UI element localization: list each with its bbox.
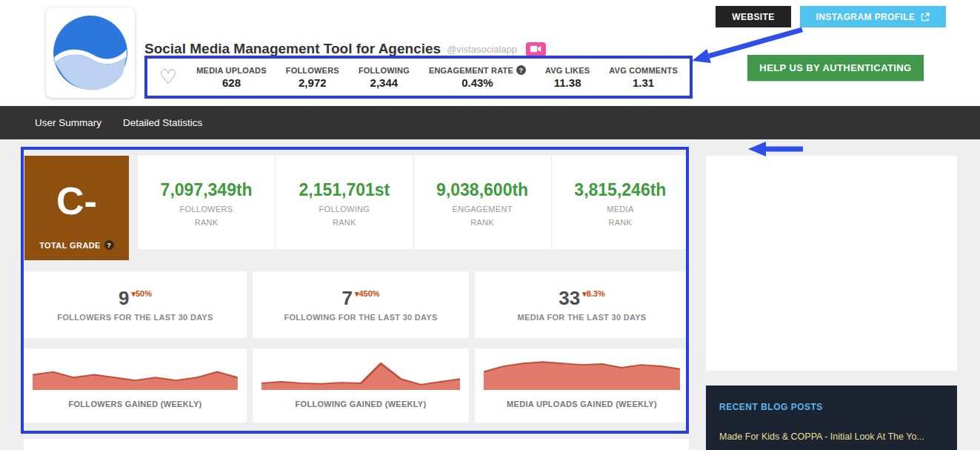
media-weekly-chart-label: MEDIA UPLOADS GAINED (WEEKLY) [507,400,657,408]
instagram-profile-button-label: INSTAGRAM PROFILE [816,12,916,22]
stat-value: 11.38 [554,76,581,89]
ad-placeholder [706,156,957,371]
rank-label-line2: RANK [607,216,633,230]
page: Social Media Management Tool for Agencie… [0,0,980,450]
engagement-rank: 9,038,600th ENGAGEMENT RANK [414,156,552,249]
followers-30days-card: 9 ▾50% FOLLOWERS FOR THE LAST 30 DAYS [24,271,247,338]
media-weekly-chart-card: MEDIA UPLOADS GAINED (WEEKLY) [475,348,689,423]
profile-stats-bar: ♡ MEDIA UPLOADS 628 FOLLOWERS 2,972 FOLL… [144,56,693,99]
following-30days-value: 7 [341,288,352,308]
next-section-card [24,439,689,450]
rank-label-line1: ENGAGEMENT [453,203,513,216]
following-30days-label: FOLLOWING FOR THE LAST 30 DAYS [284,313,437,322]
stat-followers: FOLLOWERS 2,972 [286,66,339,89]
following-30days-card: 7 ▾450% FOLLOWING FOR THE LAST 30 DAYS [253,271,469,338]
value-row: 7 ▾450% [341,288,379,308]
rank-label-line1: FOLLOWERS [180,203,233,216]
stat-label: AVG LIKES [545,66,590,75]
rank-value: 3,815,246th [574,180,666,200]
media-weekly-chart [484,357,681,390]
followers-weekly-chart-label: FOLLOWERS GAINED (WEEKLY) [68,400,201,408]
video-camera-icon [526,42,546,56]
rank-label: FOLLOWING RANK [319,203,370,229]
rank-value: 9,038,600th [436,180,528,200]
total-grade-label: TOTAL GRADE ? [39,240,114,250]
followers-weekly-chart-card: FOLLOWERS GAINED (WEEKLY) [24,348,247,423]
media-30days-change: ▾8.3% [582,289,605,299]
stat-label: ENGAGEMENT RATE ? [429,65,526,75]
value-row: 9 ▾50% [119,288,152,308]
recent-blog-posts-title: RECENT BLOG POSTS [719,402,944,412]
stat-label: MEDIA UPLOADS [196,66,266,75]
nav-bar: User Summary Detailed Statistics [0,106,980,139]
following-30days-change: ▾450% [355,289,380,299]
rank-label: MEDIA RANK [607,203,633,229]
help-question-icon[interactable]: ? [516,65,526,75]
media-rank: 3,815,246th MEDIA RANK [552,156,689,249]
tab-user-summary[interactable]: User Summary [35,117,101,128]
profile-handle: @vistasocialapp [447,44,517,55]
followers-30days-value: 9 [119,288,129,308]
change-value: 8.3% [587,289,605,298]
media-30days-card: 33 ▾8.3% MEDIA FOR THE LAST 30 DAYS [475,271,689,338]
total-grade-value: C- [56,162,97,240]
tab-detailed-statistics[interactable]: Detailed Statistics [123,117,202,128]
recent-blog-posts-panel: RECENT BLOG POSTS Made For Kids & COPPA … [706,386,957,450]
total-grade-card: C- TOTAL GRADE ? [24,156,129,260]
media-30days-label: MEDIA FOR THE LAST 30 DAYS [518,313,647,322]
avatar [46,7,135,98]
stat-engagement-rate: ENGAGEMENT RATE ? 0.43% [429,65,526,89]
profile-logo-icon [52,14,129,91]
change-value: 450% [359,289,379,298]
stat-label-text: ENGAGEMENT RATE [429,66,513,75]
page-title: Social Media Management Tool for Agencie… [144,41,441,57]
value-row: 33 ▾8.3% [559,288,605,308]
authenticate-button[interactable]: HELP US BY AUTHENTICATING [747,55,924,81]
stat-value: 0.43% [461,76,493,89]
stat-avg-comments: AVG COMMENTS 1.31 [609,66,678,89]
stat-label: FOLLOWERS [286,66,339,75]
media-30days-value: 33 [559,288,580,308]
rank-value: 2,151,701st [299,180,390,200]
rank-label-line2: RANK [453,216,513,230]
stat-following: FOLLOWING 2,344 [359,66,410,89]
rank-label: ENGAGEMENT RANK [453,203,513,229]
followers-rank: 7,097,349th FOLLOWERS RANK [138,156,276,249]
stat-value: 2,972 [299,76,327,89]
total-grade-label-text: TOTAL GRADE [39,241,101,250]
followers-30days-label: FOLLOWERS FOR THE LAST 30 DAYS [57,313,213,322]
rank-label-line2: RANK [319,216,370,230]
rank-label-line1: MEDIA [607,203,633,216]
profile-title-row: Social Media Management Tool for Agencie… [144,41,546,57]
instagram-profile-button[interactable]: INSTAGRAM PROFILE [800,6,946,27]
stat-value: 628 [222,76,241,89]
stat-value: 1.31 [633,76,654,89]
change-value: 50% [136,289,152,298]
stat-media-uploads: MEDIA UPLOADS 628 [196,66,266,89]
stat-avg-likes: AVG LIKES 11.38 [545,66,590,89]
blog-post-link[interactable]: Made For Kids & COPPA - Initial Look At … [719,431,944,442]
rank-label-line2: RANK [180,216,233,230]
stat-value: 2,344 [370,76,399,89]
help-question-icon[interactable]: ? [104,240,114,250]
rank-label: FOLLOWERS RANK [180,203,233,229]
following-weekly-chart-card: FOLLOWING GAINED (WEEKLY) [253,348,469,423]
stat-label: FOLLOWING [359,66,410,75]
following-weekly-chart [261,357,461,390]
followers-30days-change: ▾50% [131,289,152,299]
header: Social Media Management Tool for Agencie… [0,0,980,106]
following-rank: 2,151,701st FOLLOWING RANK [276,156,413,249]
external-link-icon [921,13,930,21]
stat-label: AVG COMMENTS [609,66,678,75]
rank-label-line1: FOLLOWING [319,203,370,216]
rank-strip: 7,097,349th FOLLOWERS RANK 2,151,701st F… [138,156,689,249]
favorite-heart-icon[interactable]: ♡ [159,67,177,87]
website-button[interactable]: WEBSITE [716,6,791,27]
following-weekly-chart-label: FOLLOWING GAINED (WEEKLY) [296,400,427,408]
followers-weekly-chart [33,357,238,390]
rank-value: 7,097,349th [161,180,253,200]
